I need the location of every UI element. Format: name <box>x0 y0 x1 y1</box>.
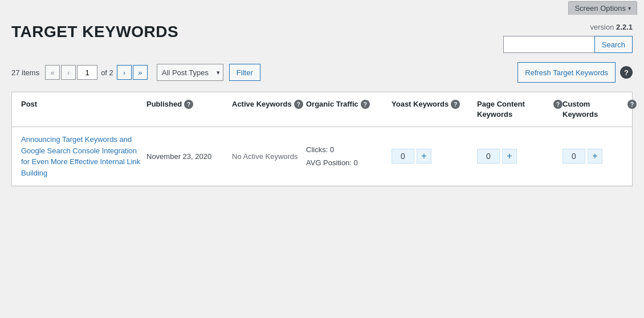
page-of-label: of 2 <box>101 68 113 77</box>
post-type-select[interactable]: All Post Types <box>157 64 223 81</box>
page-content-counter: 0 + <box>477 149 558 164</box>
post-type-select-wrapper: All Post Types <box>157 64 223 81</box>
post-title-link[interactable]: Announcing Target Keywords and Google Se… <box>21 135 140 177</box>
published-help-icon[interactable]: ? <box>184 100 193 109</box>
th-page-content-keywords-label: Page Content Keywords <box>477 99 551 120</box>
main-table: Post Published ? Active Keywords ? Organ… <box>11 92 633 186</box>
header-area: TARGET KEYWORDS version 2.2.1 Search <box>0 16 644 58</box>
page-wrapper: Screen Options ▾ TARGET KEYWORDS version… <box>0 0 644 318</box>
items-count: 27 items <box>11 68 39 77</box>
toolbar-row: 27 items « ‹ of 2 › » All Post <box>0 58 644 87</box>
table-row: Announcing Target Keywords and Google Se… <box>12 127 632 186</box>
th-post: Post <box>21 99 146 120</box>
screen-options-button[interactable]: Screen Options ▾ <box>568 1 637 15</box>
th-organic-traffic-label: Organic Traffic <box>306 99 358 109</box>
prev-page-button[interactable]: ‹ <box>61 65 76 80</box>
published-cell: November 23, 2020 <box>146 152 232 161</box>
first-page-button[interactable]: « <box>45 65 60 80</box>
th-active-keywords: Active Keywords ? <box>232 99 306 120</box>
custom-counter: 0 + <box>563 149 632 164</box>
th-custom-keywords: Custom Keywords ? <box>563 99 637 120</box>
active-keywords-cell: No Active Keywords <box>232 152 306 161</box>
top-bar: Screen Options ▾ <box>0 0 644 16</box>
table-header: Post Published ? Active Keywords ? Organ… <box>12 92 632 127</box>
screen-options-label: Screen Options <box>574 4 626 13</box>
version-number: 2.2.1 <box>616 23 633 31</box>
toolbar-left: 27 items « ‹ of 2 › » All Post <box>11 64 260 81</box>
post-title-cell: Announcing Target Keywords and Google Se… <box>21 134 146 178</box>
th-yoast-keywords-label: Yoast Keywords <box>392 99 449 109</box>
page-content-keywords-cell: 0 + <box>477 149 563 164</box>
page-content-keywords-help-icon[interactable]: ? <box>553 100 563 109</box>
yoast-count-value: 0 <box>392 149 414 164</box>
th-published: Published ? <box>146 99 232 120</box>
header-right: version 2.2.1 Search <box>503 23 633 53</box>
avg-position-value: AVG Position: 0 <box>306 156 387 169</box>
last-page-button[interactable]: » <box>133 65 148 80</box>
no-active-keywords-label: No Active Keywords <box>232 152 298 161</box>
page-title: TARGET KEYWORDS <box>11 23 178 41</box>
custom-add-button[interactable]: + <box>588 149 602 164</box>
th-yoast-keywords: Yoast Keywords ? <box>392 99 477 120</box>
search-button[interactable]: Search <box>594 36 633 53</box>
yoast-add-button[interactable]: + <box>417 149 431 164</box>
page-number-input[interactable] <box>77 65 97 80</box>
version-text: version 2.2.1 <box>590 23 633 31</box>
custom-keywords-cell: 0 + <box>563 149 637 164</box>
custom-count-value: 0 <box>563 149 585 164</box>
page-content-add-button[interactable]: + <box>502 149 517 164</box>
page-content-count-value: 0 <box>477 149 500 164</box>
yoast-keywords-help-icon[interactable]: ? <box>451 100 460 109</box>
organic-traffic-help-icon[interactable]: ? <box>361 100 370 109</box>
pagination: « ‹ of 2 › » <box>45 65 148 80</box>
th-organic-traffic: Organic Traffic ? <box>306 99 392 120</box>
chevron-down-icon: ▾ <box>628 5 631 11</box>
th-page-content-keywords: Page Content Keywords ? <box>477 99 563 120</box>
custom-keywords-help-icon[interactable]: ? <box>627 100 637 109</box>
next-page-button[interactable]: › <box>117 65 132 80</box>
filter-button[interactable]: Filter <box>229 64 260 81</box>
yoast-keywords-cell: 0 + <box>392 149 477 164</box>
th-post-label: Post <box>21 99 37 109</box>
yoast-counter: 0 + <box>392 149 472 164</box>
th-active-keywords-label: Active Keywords <box>232 99 292 109</box>
help-icon[interactable]: ? <box>620 66 633 79</box>
active-keywords-help-icon[interactable]: ? <box>294 100 303 109</box>
toolbar-right: Refresh Target Keywords ? <box>517 62 633 83</box>
search-input[interactable] <box>503 36 594 53</box>
th-custom-keywords-label: Custom Keywords <box>563 99 625 120</box>
clicks-value: Clicks: 0 <box>306 143 387 156</box>
organic-traffic-cell: Clicks: 0 AVG Position: 0 <box>306 143 392 170</box>
th-published-label: Published <box>146 99 182 109</box>
search-row: Search <box>503 36 633 53</box>
refresh-target-keywords-button[interactable]: Refresh Target Keywords <box>517 62 616 83</box>
